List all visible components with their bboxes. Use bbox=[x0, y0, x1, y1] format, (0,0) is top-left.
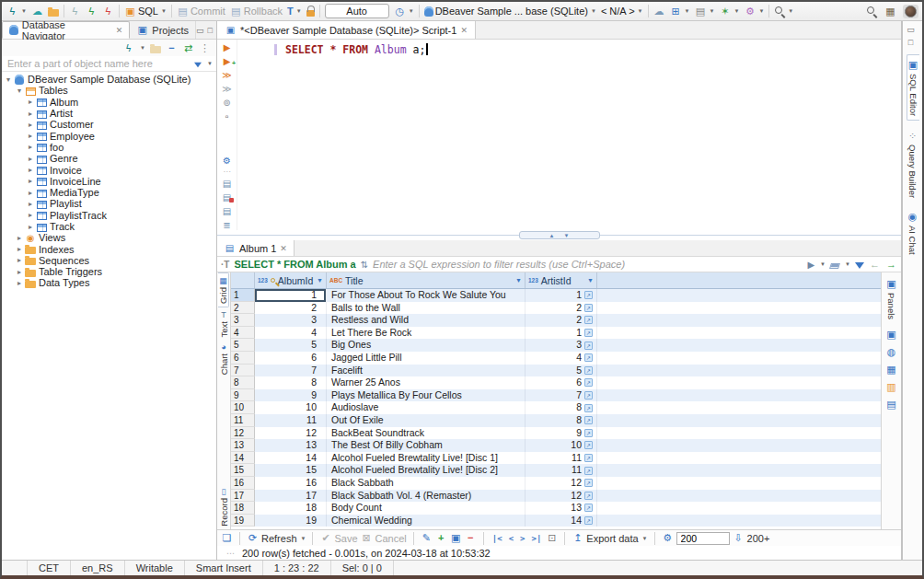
chevron-right-icon[interactable]: ▸ bbox=[15, 245, 24, 253]
show-outline-icon[interactable]: ≣ bbox=[221, 220, 233, 230]
tree-item-foo[interactable]: ▸foo bbox=[2, 142, 216, 153]
navigator-tab-projects[interactable]: ▣Projects bbox=[130, 21, 196, 39]
disconnect-icon[interactable]: ϟ bbox=[102, 6, 114, 17]
side-tab-query-builder[interactable]: ⁘Query Builder bbox=[907, 126, 918, 202]
cell-title[interactable]: Facelift bbox=[327, 365, 526, 377]
connection-folder-icon[interactable] bbox=[150, 46, 161, 53]
cloud-shell-icon[interactable]: ☁ bbox=[653, 6, 665, 17]
cell-albumid[interactable]: 17 bbox=[255, 490, 327, 503]
cloud-connections-icon[interactable]: ☁ bbox=[31, 6, 43, 17]
cell-albumid[interactable]: 8 bbox=[255, 376, 327, 389]
cell-albumid[interactable]: 16 bbox=[255, 477, 327, 490]
link-with-editor-icon[interactable]: ⇄ bbox=[182, 42, 194, 54]
tree-item-album[interactable]: ▸Album bbox=[2, 97, 216, 108]
add-row-icon[interactable]: + bbox=[435, 532, 447, 544]
chevron-down-icon[interactable]: ▾ bbox=[15, 87, 24, 95]
view-menu-icon[interactable]: ⋮ bbox=[199, 42, 211, 54]
maximize-icon[interactable]: □ bbox=[908, 38, 913, 47]
presentation-tab-grid[interactable]: ▦Grid bbox=[218, 272, 229, 307]
chevron-right-icon[interactable]: ▸ bbox=[26, 155, 35, 163]
debug-button[interactable]: ✶▼ bbox=[718, 6, 740, 17]
load-script-icon[interactable]: ▤ bbox=[221, 179, 233, 189]
cell-artistid[interactable]: 1↗ bbox=[526, 327, 597, 340]
tree-item-data-types[interactable]: ▸Data Types bbox=[2, 277, 216, 288]
cell-artistid[interactable]: 12↗ bbox=[526, 477, 597, 490]
row-header[interactable]: 9 bbox=[231, 389, 255, 402]
fk-link-icon[interactable]: ↗ bbox=[584, 329, 593, 337]
fk-link-icon[interactable]: ↗ bbox=[584, 304, 593, 312]
grid-corner-cell[interactable] bbox=[231, 272, 255, 288]
fk-link-icon[interactable]: ↗ bbox=[584, 416, 593, 424]
row-header[interactable]: 1 bbox=[231, 289, 255, 302]
tasks-button[interactable]: ▦ bbox=[884, 6, 897, 17]
row-header[interactable]: 18 bbox=[231, 502, 255, 515]
preferences-caret-icon[interactable]: ▼ bbox=[758, 8, 764, 14]
disconnect-button[interactable]: ϟ bbox=[101, 6, 115, 17]
cell-title[interactable]: Balls to the Wall bbox=[327, 302, 526, 315]
chevron-down-icon[interactable]: ▾ bbox=[4, 75, 13, 84]
maximize-icon[interactable]: □ bbox=[208, 26, 213, 35]
cell-albumid[interactable]: 18 bbox=[255, 502, 327, 515]
tree-item-artist[interactable]: ▸Artist bbox=[2, 108, 216, 119]
search-button[interactable] bbox=[865, 6, 878, 17]
cell-title[interactable]: Warner 25 Anos bbox=[327, 376, 526, 389]
new-connection-icon[interactable]: ϟ bbox=[6, 6, 18, 17]
commit-mode-button[interactable]: Auto bbox=[324, 4, 390, 18]
fk-link-icon[interactable]: ↗ bbox=[584, 366, 593, 375]
minimize-icon[interactable]: ▭ bbox=[196, 26, 204, 35]
transaction-log-button[interactable]: ◷▼ bbox=[393, 6, 415, 17]
cell-albumid[interactable]: 1 bbox=[255, 289, 327, 302]
chevron-right-icon[interactable]: ▸ bbox=[26, 189, 35, 197]
editor-results-splitter[interactable]: ▲▼ bbox=[217, 230, 901, 240]
new-connection-caret-icon[interactable]: ▼ bbox=[140, 45, 145, 51]
tree-item-invoiceline[interactable]: ▸InvoiceLine bbox=[2, 176, 216, 187]
close-tab-icon[interactable]: ✕ bbox=[116, 26, 123, 35]
reconnect-button[interactable]: ϟ bbox=[85, 6, 98, 17]
debug-icon[interactable]: ✶ bbox=[719, 6, 731, 17]
prev-page-icon[interactable]: < bbox=[507, 534, 515, 543]
save-label[interactable]: Save bbox=[334, 533, 357, 544]
fk-link-icon[interactable]: ↗ bbox=[584, 492, 593, 500]
cell-artistid[interactable]: 11↗ bbox=[526, 452, 597, 465]
close-results-icon[interactable]: ✕ bbox=[280, 244, 287, 253]
cell-title[interactable]: Out Of Exile bbox=[327, 414, 526, 427]
delete-row-icon[interactable]: − bbox=[465, 532, 477, 544]
back-icon[interactable]: ← bbox=[869, 259, 881, 271]
column-header-artistid[interactable]: 123ArtistId▼ bbox=[526, 272, 597, 288]
cell-title[interactable]: Let There Be Rock bbox=[327, 327, 526, 340]
cell-albumid[interactable]: 11 bbox=[255, 414, 327, 427]
filter-icon[interactable] bbox=[194, 63, 202, 68]
cell-title[interactable]: Restless and Wild bbox=[327, 314, 526, 327]
edit-value-icon[interactable]: ✎ bbox=[421, 532, 433, 544]
chevron-right-icon[interactable]: ▸ bbox=[26, 143, 35, 151]
row-header[interactable]: 11 bbox=[231, 414, 255, 427]
cloud-shell-button[interactable]: ☁ bbox=[653, 6, 666, 17]
commit-icon[interactable]: ▤ bbox=[177, 6, 189, 17]
chevron-right-icon[interactable]: ▸ bbox=[26, 132, 35, 140]
preferences-button[interactable]: ⚙▼ bbox=[743, 6, 765, 17]
cell-title[interactable]: Body Count bbox=[327, 502, 526, 515]
tree-item-indexes[interactable]: ▸Indexes bbox=[2, 243, 216, 254]
transaction-lock-button[interactable] bbox=[306, 6, 316, 17]
execute-statement-icon[interactable]: ▶ bbox=[221, 42, 233, 52]
column-header-albumid[interactable]: 123AlbumId▼ bbox=[255, 272, 327, 288]
filter-caret-icon[interactable]: ▼ bbox=[207, 61, 213, 66]
chevron-right-icon[interactable]: ▸ bbox=[15, 234, 24, 242]
column-menu-icon[interactable]: ▼ bbox=[317, 277, 323, 284]
new-sql-editor-icon[interactable]: ▣ bbox=[124, 6, 136, 17]
refresh-label[interactable]: Refresh bbox=[261, 533, 297, 544]
sql-preferences-icon[interactable]: ⚙ bbox=[221, 156, 233, 166]
cell-title[interactable]: For Those About To Rock We Salute You bbox=[327, 289, 526, 302]
fk-link-icon[interactable]: ↗ bbox=[584, 316, 593, 324]
tree-item-genre[interactable]: ▸Genre bbox=[2, 153, 216, 164]
cancel-icon[interactable]: ⊠ bbox=[361, 532, 373, 544]
calc-panel-icon[interactable]: ▦ bbox=[885, 364, 897, 376]
execute-new-tab-icon[interactable]: ▶ bbox=[221, 56, 233, 66]
refresh-icon[interactable]: ⟳ bbox=[247, 532, 259, 544]
tree-item-views[interactable]: ▸◉Views bbox=[2, 232, 216, 243]
custom-filter-icon[interactable]: ·T bbox=[221, 260, 229, 270]
close-tab-icon[interactable]: ✕ bbox=[460, 26, 468, 35]
fk-link-icon[interactable]: ↗ bbox=[584, 378, 593, 387]
active-datasource-button[interactable]: DBeaver Sample ... base (SQLite)▼ bbox=[423, 6, 597, 17]
column-menu-icon[interactable]: ▼ bbox=[587, 277, 594, 284]
